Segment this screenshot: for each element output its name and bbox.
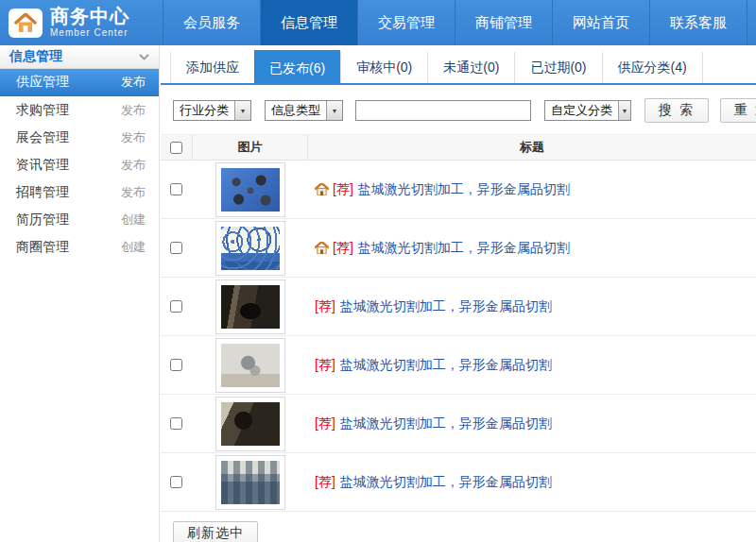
listing-title-link[interactable]: 盐城激光切割加工，异形金属品切割	[340, 298, 552, 315]
page: 商务中心 Member Center 会员服务 信息管理 交易管理 商铺管理 网…	[0, 0, 756, 542]
select-all-checkbox[interactable]	[170, 142, 182, 154]
custom-category-select[interactable]: 自定义分类 ▼	[544, 100, 631, 121]
sidebar-item-resume-management[interactable]: 简历管理 创建	[0, 206, 159, 233]
listing-thumbnail[interactable]	[215, 162, 285, 217]
sidebar-item-label: 供应管理	[16, 74, 69, 91]
refresh-selected-button[interactable]: 刷新选中	[173, 521, 258, 542]
row-checkbox[interactable]	[170, 476, 182, 488]
sidebar-group-header[interactable]: 信息管理	[0, 45, 159, 69]
dropdown-arrow-icon[interactable]: ▼	[618, 101, 630, 120]
row-checkbox[interactable]	[170, 359, 182, 371]
sidebar-item-label: 求购管理	[16, 102, 69, 119]
logo-text: 商务中心 Member Center	[50, 7, 129, 39]
listing-thumbnail[interactable]	[215, 338, 285, 393]
recommended-badge: [荐]	[333, 240, 353, 257]
recommended-badge: [荐]	[333, 181, 353, 198]
listing-thumbnail[interactable]	[215, 221, 285, 276]
table-row: [荐] 盐城激光切割加工，异形金属品切割	[161, 219, 756, 278]
row-checkbox[interactable]	[170, 300, 182, 313]
select-all-cell	[161, 142, 192, 154]
chevron-down-icon[interactable]	[139, 54, 149, 60]
recommended-badge: [荐]	[315, 298, 335, 315]
dropdown-arrow-icon[interactable]: ▼	[326, 101, 342, 120]
sidebar-item-action: 创建	[121, 212, 146, 229]
info-type-select[interactable]: 信息类型 ▼	[265, 100, 343, 121]
thumbnail-photo	[221, 461, 280, 504]
thumbnail-photo	[221, 344, 280, 387]
main-content: 添加供应 已发布(6) 审核中(0) 未通过(0) 已过期(0) 供应分类(4)…	[161, 45, 756, 542]
home-icon	[315, 242, 329, 254]
app-title: 商务中心	[50, 7, 129, 26]
sidebar-item-label: 招聘管理	[16, 184, 69, 201]
sidebar-item-action: 发布	[121, 157, 146, 174]
row-checkbox[interactable]	[170, 417, 182, 430]
sidebar-item-action: 发布	[121, 129, 146, 146]
industry-category-select-value: 行业分类	[174, 101, 234, 120]
tab-not-passed[interactable]: 未通过(0)	[427, 52, 514, 83]
table-header: 图片 标题	[161, 134, 756, 161]
listing-thumbnail[interactable]	[215, 397, 285, 451]
table-footer: 刷新选中	[161, 512, 756, 542]
top-header: 商务中心 Member Center 会员服务 信息管理 交易管理 商铺管理 网…	[0, 0, 756, 45]
thumbnail-photo	[221, 227, 280, 270]
listing-title-link[interactable]: 盐城激光切割加工，异形金属品切割	[358, 240, 570, 257]
row-checkbox[interactable]	[170, 242, 182, 254]
tab-supply-categories[interactable]: 供应分类(4)	[602, 52, 703, 83]
column-header-image: 图片	[192, 135, 308, 160]
home-icon	[315, 183, 329, 195]
sidebar-item-label: 资讯管理	[16, 157, 69, 174]
sidebar: 信息管理 供应管理 发布 求购管理 发布 展会管理 发布 资讯管理 发布 招聘管…	[0, 45, 160, 542]
sidebar-item-label: 简历管理	[16, 212, 69, 229]
table-row: [荐] 盐城激光切割加工，异形金属品切割	[161, 336, 756, 395]
nav-item-shop-management[interactable]: 商铺管理	[455, 0, 552, 45]
tab-expired[interactable]: 已过期(0)	[514, 52, 601, 83]
sidebar-item-label: 展会管理	[16, 129, 69, 146]
tab-published[interactable]: 已发布(6)	[254, 50, 340, 83]
sidebar-item-news-management[interactable]: 资讯管理 发布	[0, 151, 159, 178]
search-button[interactable]: 搜 索	[644, 98, 709, 123]
info-type-select-value: 信息类型	[266, 101, 326, 120]
listing-thumbnail[interactable]	[215, 279, 285, 334]
listing-title-link[interactable]: 盐城激光切割加工，异形金属品切割	[340, 357, 552, 374]
sidebar-item-supply-management[interactable]: 供应管理 发布	[0, 69, 159, 96]
tab-in-review[interactable]: 审核中(0)	[340, 52, 427, 83]
sidebar-group-title: 信息管理	[9, 48, 62, 65]
dropdown-arrow-icon[interactable]: ▼	[234, 101, 250, 120]
sidebar-item-action: 发布	[121, 184, 146, 201]
logo[interactable]: 商务中心 Member Center	[0, 0, 163, 45]
table-row: [荐] 盐城激光切割加工，异形金属品切割	[161, 395, 756, 453]
filter-bar: 行业分类 ▼ 信息类型 ▼ 自定义分类 ▼ 搜 索 重 置	[161, 85, 756, 134]
recommended-badge: [荐]	[315, 415, 335, 432]
sidebar-item-exhibition-management[interactable]: 展会管理 发布	[0, 124, 159, 151]
sidebar-item-recruitment-management[interactable]: 招聘管理 发布	[0, 178, 159, 206]
nav-item-contact-support[interactable]: 联系客服	[649, 0, 747, 45]
recommended-badge: [荐]	[315, 357, 335, 374]
custom-category-select-value: 自定义分类	[545, 101, 618, 120]
sidebar-item-business-circle-management[interactable]: 商圈管理 创建	[0, 233, 159, 261]
table-row: [荐] 盐城激光切割加工，异形金属品切割	[161, 453, 756, 512]
thumbnail-photo	[221, 168, 280, 212]
keyword-input[interactable]	[355, 100, 531, 121]
nav-item-site-home[interactable]: 网站首页	[552, 0, 649, 45]
row-checkbox[interactable]	[170, 183, 182, 195]
sidebar-item-label: 商圈管理	[16, 239, 69, 256]
table-row: [荐] 盐城激光切割加工，异形金属品切割	[161, 161, 756, 219]
nav-item-info-management[interactable]: 信息管理	[260, 0, 357, 45]
home-icon	[9, 8, 43, 38]
sidebar-item-action: 创建	[121, 239, 146, 256]
listing-title-link[interactable]: 盐城激光切割加工，异形金属品切割	[358, 181, 570, 198]
nav-item-trade-management[interactable]: 交易管理	[357, 0, 455, 45]
column-header-title: 标题	[308, 139, 756, 156]
listing-title-link[interactable]: 盐城激光切割加工，异形金属品切割	[340, 415, 552, 432]
listing-thumbnail[interactable]	[215, 455, 285, 510]
reset-button[interactable]: 重 置	[720, 98, 756, 123]
sidebar-item-action: 发布	[121, 74, 146, 91]
listing-title-link[interactable]: 盐城激光切割加工，异形金属品切割	[340, 474, 552, 491]
tab-bar: 添加供应 已发布(6) 审核中(0) 未通过(0) 已过期(0) 供应分类(4)	[161, 52, 756, 85]
thumbnail-photo	[221, 402, 280, 446]
sidebar-item-purchase-management[interactable]: 求购管理 发布	[0, 96, 159, 124]
industry-category-select[interactable]: 行业分类 ▼	[173, 100, 251, 121]
tab-add-supply[interactable]: 添加供应	[170, 52, 254, 83]
nav-item-member-services[interactable]: 会员服务	[163, 0, 260, 45]
table-row: [荐] 盐城激光切割加工，异形金属品切割	[161, 278, 756, 336]
